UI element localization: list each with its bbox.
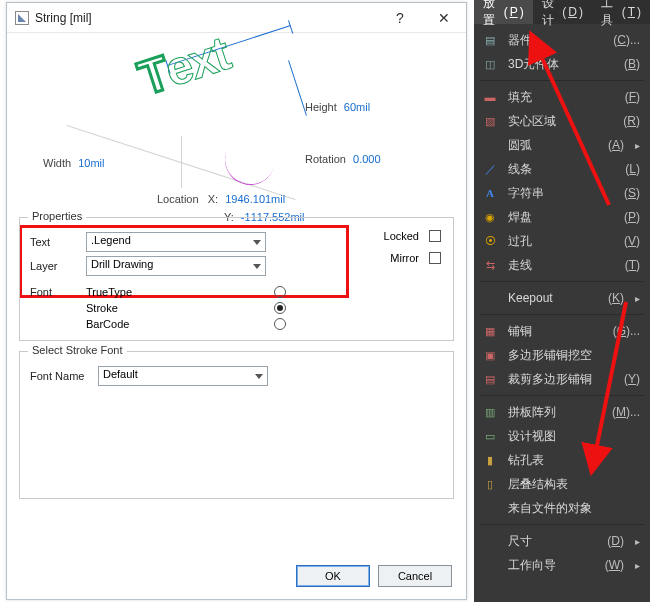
menu-item[interactable]: ▭设计视图 [474,424,650,448]
menu-item[interactable]: ⦿过孔(V) [474,229,650,253]
blank-icon [482,290,498,306]
menu-item-accel: (A) [608,138,624,152]
cancel-button[interactable]: Cancel [378,565,452,587]
titlebar[interactable]: String [mil] ? ✕ [7,3,466,33]
blank-icon [482,557,498,573]
menu-item-accel: (V) [624,234,640,248]
menu-item-label: Keepout [508,291,598,305]
menu-item[interactable]: 工作向导(W)▸ [474,553,650,577]
font-truetype-label: TrueType [86,286,206,298]
locked-label: Locked [384,230,419,242]
menu-item-accel: (M)... [612,405,640,419]
preview-text: Text [132,26,235,106]
menu-separator [480,395,644,396]
string-preview: Text Height 60mil Width 10mil Rotation 0… [19,41,454,211]
font-barcode-radio[interactable] [274,318,286,330]
width-value[interactable]: 10mil [78,157,104,169]
location-label: Location X: 1946.101mil [157,193,285,205]
menu-item[interactable]: 来自文件的对象 [474,496,650,520]
height-value[interactable]: 60mil [344,101,370,113]
menu-item[interactable]: ▮钻孔表 [474,448,650,472]
layer-combo[interactable]: Drill Drawing [86,256,266,276]
blank-icon [482,500,498,516]
menu-separator [480,80,644,81]
menu-item[interactable]: ⇆走线(T) [474,253,650,277]
menu-item[interactable]: ▧实心区域(R) [474,109,650,133]
font-stroke-radio[interactable] [274,302,286,314]
menu-item-accel: (B) [624,57,640,71]
mirror-label: Mirror [390,252,419,264]
font-label: Font [30,286,80,298]
menu-item[interactable]: ▦铺铜(G)... [474,319,650,343]
polycut-icon: ▣ [482,347,498,363]
menu-item[interactable]: Keepout(K)▸ [474,286,650,310]
help-button[interactable]: ? [378,3,422,33]
menu-item[interactable]: ▬填充(F) [474,85,650,109]
menu-separator [480,314,644,315]
location-x-value[interactable]: 1946.101mil [225,193,285,205]
menu-item-label: 字符串 [508,185,614,202]
menu-item-label: 层叠结构表 [508,476,630,493]
menu-item[interactable]: A字符串(S) [474,181,650,205]
fontname-combo[interactable]: Default [98,366,268,386]
height-label: Height 60mil [305,101,370,113]
ok-button[interactable]: OK [296,565,370,587]
menu-item[interactable]: ／线条(L) [474,157,650,181]
menu-item-label: 3D元件体 [508,56,614,73]
chip-icon: ▤ [482,32,498,48]
menu-item[interactable]: ◉焊盘(P) [474,205,650,229]
font-stroke-label: Stroke [86,302,206,314]
menu-item[interactable]: ▤裁剪多边形铺铜(Y) [474,367,650,391]
text-label: Text [30,236,80,248]
menu-item[interactable]: ▤器件(C)... [474,28,650,52]
layer-label: Layer [30,260,80,272]
menu-item-label: 多边形铺铜挖空 [508,347,630,364]
menu-tools[interactable]: 工具 (T) [592,0,650,24]
menu-item-label: 铺铜 [508,323,603,340]
mirror-checkbox[interactable] [429,252,441,264]
menu-item-accel: (W) [605,558,624,572]
menu-item[interactable]: ▯层叠结构表 [474,472,650,496]
menu-item-accel: (D) [607,534,624,548]
width-label: Width 10mil [43,157,104,169]
menu-item-label: 圆弧 [508,137,598,154]
menu-item-label: 过孔 [508,233,614,250]
stack-icon: ▯ [482,476,498,492]
array-icon: ▥ [482,404,498,420]
menu-item[interactable]: ▣多边形铺铜挖空 [474,343,650,367]
menu-item[interactable]: ▥拼板阵列(M)... [474,400,650,424]
menu-item-accel: (P) [624,210,640,224]
menu-place[interactable]: 放置 (P) [474,0,533,24]
region-icon: ▧ [482,113,498,129]
menu-item[interactable]: ◫3D元件体(B) [474,52,650,76]
menu-item-label: 来自文件的对象 [508,500,630,517]
locked-checkbox[interactable] [429,230,441,242]
menu-item-accel: (Y) [624,372,640,386]
submenu-arrow-icon: ▸ [634,293,640,304]
fill-icon: ▬ [482,89,498,105]
line-icon: ／ [482,161,498,177]
dialog-body: Text Height 60mil Width 10mil Rotation 0… [7,33,466,599]
rotation-arc [218,128,282,192]
stroke-font-title: Select Stroke Font [28,344,127,356]
menu-design[interactable]: 设计 (D) [533,0,592,24]
menu-item-accel: (L) [625,162,640,176]
close-button[interactable]: ✕ [422,3,466,33]
app-icon [15,11,29,25]
menu-item[interactable]: 圆弧(A)▸ [474,133,650,157]
rotation-label: Rotation 0.000 [305,153,381,165]
cube-icon: ◫ [482,56,498,72]
font-barcode-label: BarCode [86,318,206,330]
menu-item[interactable]: 尺寸(D)▸ [474,529,650,553]
font-truetype-radio[interactable] [274,286,286,298]
text-combo[interactable]: .Legend [86,232,266,252]
menubar: 放置 (P) 设计 (D) 工具 (T) [474,0,650,24]
via-icon: ⦿ [482,233,498,249]
menu-item-label: 尺寸 [508,533,597,550]
drill-icon: ▮ [482,452,498,468]
pad-icon: ◉ [482,209,498,225]
menu-item-label: 线条 [508,161,615,178]
poly-icon: ▦ [482,323,498,339]
rotation-value[interactable]: 0.000 [353,153,381,165]
menu-item-label: 钻孔表 [508,452,630,469]
